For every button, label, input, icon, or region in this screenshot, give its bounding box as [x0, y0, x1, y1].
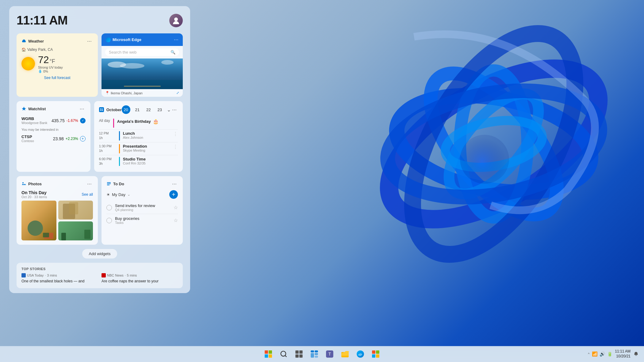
event-options-presentation[interactable]: ⋮	[173, 144, 178, 150]
todo-star-1[interactable]: ☆	[174, 217, 178, 223]
taskbar-date: 10/20/21	[615, 354, 631, 359]
edge-more-button[interactable]: ···	[174, 36, 178, 43]
widgets-top-row: Weather ··· 🏠 Valley Park, CA 72 °F Stro…	[17, 33, 183, 97]
store-taskbar-button[interactable]	[369, 347, 383, 361]
event-presentation-details: Presentation Skype Meeting	[123, 144, 170, 152]
volume-icon[interactable]: 🔊	[600, 351, 605, 357]
todo-widget-title: To Do	[106, 181, 124, 186]
event-options-lunch[interactable]: ⋮	[173, 131, 178, 137]
widgets-panel: 11:11 AM Weather ···	[9, 6, 190, 293]
story-item-0[interactable]: USA Today · 3 mins One of the smallest b…	[21, 273, 98, 284]
taskbar-clock[interactable]: 11:11 AM 10/20/21	[615, 349, 631, 359]
svg-text:T: T	[328, 352, 331, 356]
todo-add-button[interactable]: +	[169, 190, 178, 199]
svg-rect-21	[315, 350, 318, 352]
calendar-event-studio: 6:00 PM 3h Studio Time Conf Rm 32/35	[99, 155, 178, 168]
svg-point-8	[460, 135, 509, 184]
photo-item-1[interactable]	[21, 201, 56, 240]
watchlist-more-button[interactable]: ···	[79, 105, 86, 112]
watchlist-item-wgrb: WGRB Woodgrove Bank 435.75 -1.67% ✓	[21, 115, 86, 126]
taskbar-system-tray: ^ 📶 🔊 🔋 11:11 AM 10/20/21	[588, 349, 639, 359]
edge-search-placeholder: Search the web	[109, 50, 168, 55]
event-bar-lunch	[119, 131, 120, 141]
photos-more-button[interactable]: ···	[86, 180, 93, 187]
todo-myday-row: ☀ My Day ⌄ +	[106, 190, 178, 199]
svg-rect-32	[376, 354, 379, 358]
taskbar-time: 11:11 AM	[615, 349, 631, 354]
story-source-1: NBC News · 5 mins	[102, 273, 178, 277]
task-view-button[interactable]	[292, 347, 306, 361]
notification-button[interactable]	[633, 351, 639, 357]
svg-point-9	[174, 17, 178, 21]
edge-expand-icon[interactable]: ⤢	[176, 91, 179, 95]
todo-item-0: Send invites for review Q4 planning ☆	[106, 201, 178, 214]
svg-point-15	[281, 351, 286, 356]
watchlist-add-button[interactable]: +	[80, 136, 86, 141]
photos-on-this-day: On This Day Oct 20 · 33 items See all	[21, 190, 93, 199]
calendar-event-birthday: All day Angela's Birthday 🎂	[99, 117, 178, 130]
edge-search-bar[interactable]: Search the web 🔍	[105, 48, 179, 56]
system-tray-expand[interactable]: ^	[588, 352, 589, 356]
widgets-header: 11:11 AM	[17, 13, 183, 27]
svg-rect-31	[372, 354, 375, 358]
svg-rect-24	[315, 356, 318, 357]
widgets-taskbar-button[interactable]	[307, 347, 321, 361]
calendar-day-22[interactable]: 22	[144, 107, 152, 113]
add-widgets-button[interactable]: Add widgets	[82, 249, 117, 258]
watchlist-header: Watchlist ···	[21, 105, 86, 112]
calendar-day-20[interactable]: 20	[122, 105, 130, 114]
svg-rect-29	[372, 350, 375, 354]
photos-see-all-link[interactable]: See all	[82, 192, 93, 197]
file-explorer-taskbar-button[interactable]	[338, 347, 352, 361]
event-lunch-details: Lunch Alex Johnson	[123, 131, 170, 139]
usa-today-icon	[21, 273, 26, 277]
windows-wallpaper	[353, 6, 629, 282]
photos-widget: Photos ··· On This Day Oct 20 · 33 items…	[17, 176, 98, 245]
svg-rect-11	[265, 350, 268, 354]
photo-item-3[interactable]	[58, 221, 93, 240]
photo-decoration	[28, 221, 43, 236]
svg-rect-14	[269, 354, 272, 358]
watchlist-badge: ✓	[80, 118, 86, 123]
edge-taskbar-button[interactable]	[353, 347, 367, 361]
weather-widget-title: Weather	[21, 39, 44, 43]
todo-checkbox-0[interactable]	[106, 205, 112, 210]
todo-star-0[interactable]: ☆	[174, 205, 178, 210]
start-button[interactable]	[261, 347, 275, 361]
weather-more-button[interactable]: ···	[86, 38, 93, 44]
calendar-day-21[interactable]: 21	[133, 107, 141, 113]
widgets-bottom-row: Photos ··· On This Day Oct 20 · 33 items…	[17, 176, 183, 245]
weather-widget-header: Weather ···	[21, 38, 93, 44]
edge-location: 📍 Ikema Ohashi, Japan ⤢	[102, 89, 183, 97]
battery-icon[interactable]: 🔋	[607, 352, 612, 356]
weather-temperature: 72	[38, 54, 49, 66]
calendar-expand-button[interactable]: ⌄	[167, 107, 171, 113]
story-item-1[interactable]: NBC News · 5 mins Are coffee naps the an…	[102, 273, 178, 284]
teams-taskbar-button[interactable]: T	[323, 347, 337, 361]
stories-grid: USA Today · 3 mins One of the smallest b…	[21, 273, 178, 284]
todo-checkbox-1[interactable]	[106, 218, 112, 223]
weather-forecast-link[interactable]: See full forecast	[21, 76, 93, 80]
edge-widget-header: Microsoft Edge ···	[102, 33, 183, 46]
calendar-more-button[interactable]: ···	[171, 106, 178, 113]
network-icon[interactable]: 📶	[592, 351, 598, 357]
search-taskbar-button[interactable]	[277, 347, 291, 361]
photo-item-2[interactable]	[58, 201, 93, 220]
calendar-day-23[interactable]: 23	[156, 107, 164, 113]
search-icon: 🔍	[171, 50, 175, 55]
calendar-event-presentation: 1:30 PM 1h Presentation Skype Meeting ⋮	[99, 142, 178, 155]
todo-item-1: Buy groceries Tasks ☆	[106, 214, 178, 227]
svg-rect-16	[295, 350, 299, 354]
svg-rect-12	[269, 350, 272, 354]
user-avatar[interactable]	[169, 14, 183, 27]
edge-widget-title: Microsoft Edge	[106, 37, 141, 42]
svg-rect-30	[376, 350, 379, 354]
weather-sun-icon	[21, 57, 35, 70]
edge-widget: Microsoft Edge ··· Search the web 🔍 📍 Ik	[102, 33, 183, 97]
taskbar-sys-icons: 📶 🔊 🔋	[592, 351, 612, 357]
svg-point-10	[22, 182, 24, 183]
watchlist-interest-text: You may be interested in	[21, 128, 86, 131]
photos-right-column	[58, 201, 93, 240]
todo-more-button[interactable]: ···	[171, 180, 178, 187]
todo-icon	[106, 181, 111, 186]
